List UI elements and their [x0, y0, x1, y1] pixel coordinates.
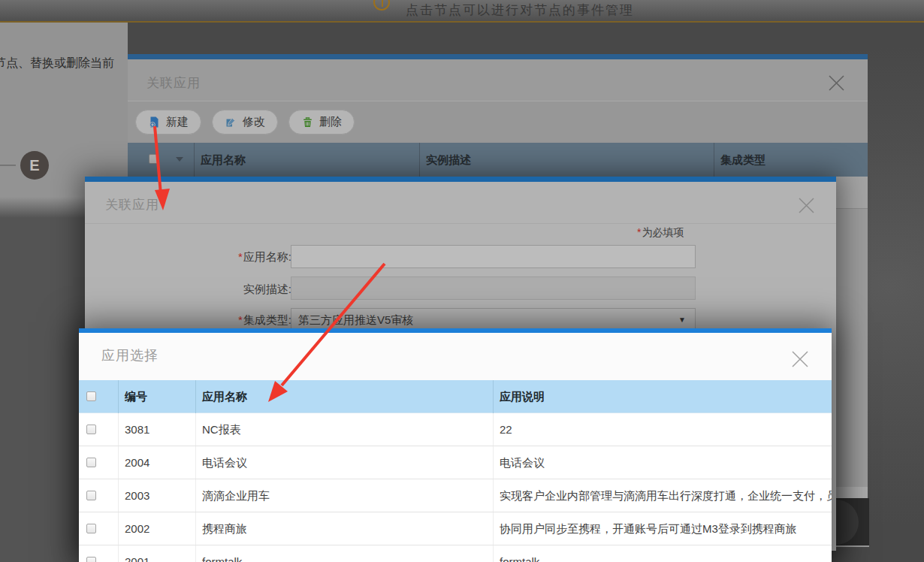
select-caret-icon: ▼ — [678, 309, 686, 331]
column-app-name: 应用名称 — [194, 143, 419, 177]
cell-desc: formtalk — [493, 545, 832, 562]
flow-node-e[interactable]: E — [20, 151, 49, 180]
column-instance-desc: 实例描述 — [419, 143, 714, 177]
column-id: 编号 — [118, 380, 195, 413]
app-select-table: 编号 应用名称 应用说明 3081 NC报表 22 2004 电话会议 电话会议… — [79, 380, 832, 562]
cell-id: 2004 — [118, 446, 195, 479]
row-checkbox[interactable] — [86, 458, 96, 467]
column-app-name: 应用名称 — [195, 380, 493, 413]
column-app-desc: 应用说明 — [493, 380, 832, 413]
selected-option: 第三方应用推送V5审核 — [298, 313, 413, 326]
required-star: * — [637, 226, 641, 238]
background-circle-shape — [836, 500, 859, 545]
table-row[interactable]: 2004 电话会议 电话会议 — [79, 446, 832, 479]
app-select-modal: 应用选择 编号 应用名称 应用说明 3081 NC报表 22 2004 — [79, 328, 832, 562]
flow-connector-line — [0, 165, 16, 166]
row-checkbox[interactable] — [86, 425, 96, 434]
cell-name: 携程商旅 — [195, 512, 493, 545]
row-checkbox[interactable] — [86, 524, 96, 533]
toolbar: 新建 修改 删除 — [128, 101, 868, 143]
tip-text: 点击节点可以进行对节点的事件管理 — [406, 2, 634, 19]
header-divider — [85, 223, 836, 224]
close-icon[interactable] — [798, 197, 815, 214]
canvas-dark-strip — [0, 218, 85, 562]
row-checkbox[interactable] — [86, 557, 96, 562]
new-doc-icon — [148, 116, 161, 128]
cell-id: 3081 — [118, 413, 195, 446]
trash-icon — [301, 116, 314, 128]
new-button[interactable]: 新建 — [135, 110, 201, 134]
app-name-input[interactable] — [291, 245, 696, 268]
background-divider — [836, 545, 869, 547]
modify-button-label: 修改 — [243, 115, 265, 129]
table-row[interactable]: 2002 携程商旅 协同用户同步至携程，开通账号后可通过M3登录到携程商旅 — [79, 512, 832, 545]
new-button-label: 新建 — [166, 115, 189, 129]
background-dark-widget — [836, 498, 869, 545]
modal-title: 应用选择 — [101, 346, 159, 364]
cell-desc: 22 — [493, 413, 832, 446]
chevron-down-icon[interactable] — [176, 157, 183, 162]
cell-id: 2003 — [118, 479, 195, 512]
modal-accent-bar — [128, 54, 868, 59]
cell-id: 2002 — [118, 512, 195, 545]
table-header-row: 编号 应用名称 应用说明 — [79, 380, 832, 413]
modal-title: 关联应用 — [146, 74, 201, 92]
cell-desc: 电话会议 — [493, 446, 832, 479]
select-all-checkbox[interactable] — [149, 154, 159, 164]
delete-button-label: 删除 — [319, 115, 342, 129]
delete-button[interactable]: 删除 — [288, 110, 355, 134]
clipped-help-text: 节点、替换或删除当前 — [0, 56, 114, 71]
row-checkbox[interactable] — [86, 491, 96, 500]
select-all-cell — [128, 143, 194, 177]
select-all-cell — [79, 380, 118, 413]
info-circle-icon — [373, 0, 390, 11]
modal-accent-bar — [85, 177, 836, 182]
apps-table-header: 应用名称 实例描述 集成类型 — [128, 143, 868, 177]
table-row[interactable]: 2003 滴滴企业用车 实现客户企业内部管理与滴滴用车出行深度打通，企业统一支付… — [79, 479, 832, 512]
instance-desc-input — [291, 276, 696, 300]
flow-canvas-corner: 节点、替换或删除当前 — [0, 23, 128, 197]
cell-id: 2001 — [118, 545, 195, 562]
edit-icon — [225, 116, 237, 128]
cell-name: NC报表 — [195, 413, 493, 446]
instance-desc-label: 实例描述: — [96, 283, 291, 297]
app-name-label: *应用名称: — [96, 250, 291, 264]
required-note: *为必填项 — [637, 226, 684, 240]
modal-title: 关联应用 — [105, 196, 159, 213]
cell-desc: 实现客户企业内部管理与滴滴用车出行深度打通，企业统一支付，员 — [493, 479, 832, 512]
cell-name: 滴滴企业用车 — [195, 479, 493, 512]
table-row[interactable]: 2001 formtalk formtalk — [79, 545, 832, 562]
column-integration-type: 集成类型 — [714, 143, 868, 177]
table-row[interactable]: 3081 NC报表 22 — [79, 413, 832, 446]
select-all-checkbox[interactable] — [86, 391, 96, 401]
close-icon[interactable] — [791, 350, 809, 368]
close-icon[interactable] — [828, 74, 845, 92]
modal-accent-bar — [79, 328, 832, 333]
cell-name: formtalk — [195, 545, 493, 562]
cell-name: 电话会议 — [195, 446, 493, 479]
modify-button[interactable]: 修改 — [212, 110, 278, 134]
screen: 点击节点可以进行对节点的事件管理 节点、替换或删除当前 E 关联应用 新建 — [0, 0, 924, 562]
integration-type-label: *集成类型: — [96, 313, 291, 328]
designer-tip-bar: 点击节点可以进行对节点的事件管理 — [0, 0, 924, 23]
cell-desc: 协同用户同步至携程，开通账号后可通过M3登录到携程商旅 — [493, 512, 832, 545]
